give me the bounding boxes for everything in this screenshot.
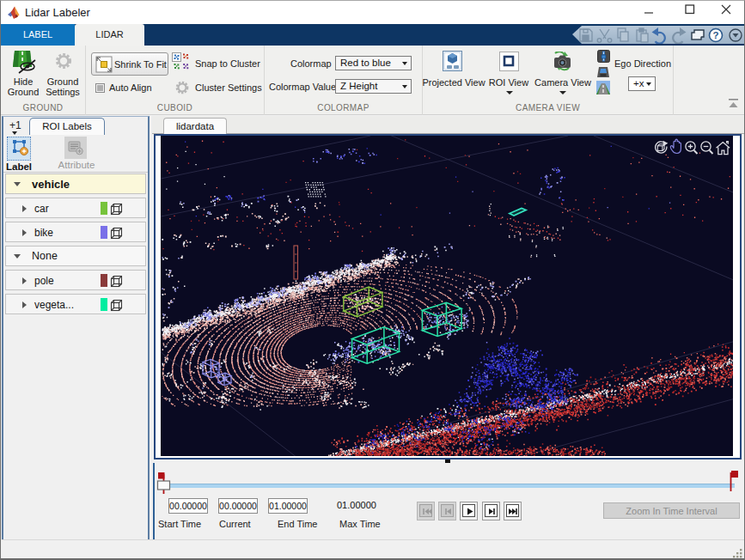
svg-text:?: ? bbox=[712, 30, 718, 40]
